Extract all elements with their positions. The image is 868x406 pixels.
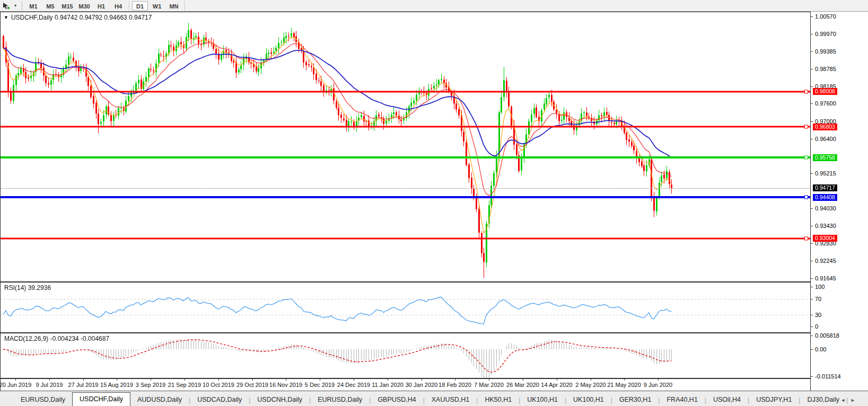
date-tick-mark [557, 379, 557, 381]
price-tick-label: 0.92245 [815, 258, 836, 264]
date-tick-mark [252, 379, 253, 381]
price-tick-label: 0.94030 [815, 205, 836, 211]
date-axis[interactable]: 20 Jun 20199 Jul 201927 Jul 201915 Aug 2… [1, 379, 810, 391]
axis-tick-mark [811, 315, 813, 315]
timeframe-button-h1[interactable]: H1 [93, 1, 109, 11]
price-tick-label: 0.96400 [815, 136, 836, 142]
price-tick-label: 1.00570 [815, 13, 836, 20]
date-label: 9 Jul 2019 [36, 382, 63, 388]
tab-eurusd-daily[interactable]: EURUSD,Daily [311, 394, 369, 406]
rsi-label: RSI(14) 39.2936 [4, 284, 51, 292]
tab-xauusd-h1[interactable]: XAUUSD,H1 [425, 394, 477, 406]
timeframe-button-m15[interactable]: M15 [59, 1, 75, 11]
axis-tick-mark [811, 226, 813, 226]
toolbar-separator [185, 1, 185, 11]
price-tick-label: 100 [815, 284, 825, 290]
axis-tick-mark [811, 121, 813, 122]
axis-tick-mark [811, 278, 813, 279]
date-tick-mark [658, 379, 659, 381]
date-tick-mark [117, 379, 117, 381]
price-tick-label: 0.98785 [815, 66, 836, 72]
tab-gbpusd-h4[interactable]: GBPUSD,H4 [371, 394, 423, 406]
timeframe-button-m5[interactable]: M5 [42, 1, 58, 11]
axis-tick-mark [811, 243, 813, 244]
tab-usoil-h4[interactable]: USOil,H4 [706, 394, 748, 406]
macd-canvas[interactable] [1, 333, 810, 378]
axis-tick-mark [811, 326, 813, 327]
price-line-label: 0.94408 [813, 194, 837, 201]
price-line-label: 0.98008 [813, 88, 837, 95]
date-tick-mark [49, 379, 50, 381]
price-line-label: 0.95758 [813, 154, 837, 161]
macd-label: MACD(12,26,9) -0.004234 -0.004687 [4, 335, 109, 342]
tab-hk50-h1[interactable]: HK50,H1 [478, 394, 519, 406]
tab-scroll-arrows[interactable]: ◄► [840, 398, 861, 403]
tab-eurusd-daily[interactable]: EURUSD,Daily [14, 394, 72, 406]
tab-uk100-h1[interactable]: UK100,H1 [520, 394, 565, 406]
rsi-panel: RSI(14) 39.2936 [1, 283, 810, 332]
rsi-canvas[interactable] [1, 283, 810, 332]
main-chart-canvas[interactable] [1, 12, 810, 281]
price-line-label: 0.94717 [813, 184, 837, 191]
price-tick-label: 0.99385 [815, 48, 836, 55]
date-tick-mark [489, 379, 489, 381]
axis-tick-mark [811, 261, 813, 261]
toolbar-grip-handle[interactable] [20, 2, 23, 10]
date-tick-mark [185, 379, 185, 381]
date-tick-mark [523, 379, 523, 381]
chart-tab-bar: EURUSD,DailyUSDCHF,DailyAUDUSD,Daily|USD… [0, 391, 868, 406]
tab-audusd-daily[interactable]: AUDUSD,Daily [130, 394, 189, 406]
timeframe-button-mn[interactable]: MN [166, 1, 182, 11]
date-tick-mark [388, 379, 388, 381]
tab-usdcnh-daily[interactable]: USDCNH,Daily [250, 394, 309, 406]
date-label: 26 Mar 2020 [506, 382, 539, 388]
date-tick-mark [624, 379, 625, 381]
date-label: 21 May 2020 [607, 382, 641, 388]
price-tick-label: 0.95215 [815, 170, 836, 176]
chart-title-dropdown-icon[interactable]: ▼ [4, 15, 8, 20]
date-label: 27 Jul 2019 [68, 382, 99, 388]
price-tick-label: 0.005818 [815, 332, 839, 339]
price-tick-label: 0.00 [815, 346, 826, 352]
date-label: 10 Oct 2019 [203, 382, 234, 388]
date-label: 18 Feb 2020 [439, 382, 471, 388]
date-tick-mark [591, 379, 591, 381]
tab-fra40-h1[interactable]: FRA40,H1 [660, 394, 704, 406]
chart-window: ▼ USDCHF,Daily 0.94742 0.94792 0.94663 0… [0, 12, 868, 391]
date-label: 21 Sep 2019 [168, 382, 201, 388]
tab-usdchf-daily[interactable]: USDCHF,Daily [72, 392, 130, 406]
chart-tools-dropdown-icon[interactable]: ▾ [12, 3, 19, 8]
tab-usdjpy-h1[interactable]: USDJPY,H1 [749, 394, 799, 406]
chart-cursor-icon[interactable] [0, 1, 12, 11]
axis-tick-mark [811, 173, 813, 174]
date-label: 11 Jan 2020 [372, 382, 404, 388]
date-tick-mark [15, 379, 16, 381]
timeframe-button-h4[interactable]: H4 [110, 1, 126, 11]
date-label: 29 Oct 2019 [236, 382, 268, 388]
date-label: 30 Jan 2020 [406, 382, 438, 388]
date-label: 2 May 2020 [575, 382, 606, 388]
tab-uk100-h1[interactable]: UK100,H1 [566, 394, 611, 406]
timeframe-button-m1[interactable]: M1 [25, 1, 41, 11]
price-axis[interactable]: 1.005700.999700.993850.987850.981850.976… [810, 12, 868, 391]
axis-tick-mark [811, 349, 813, 350]
axis-tick-mark [811, 336, 813, 336]
toolbar-separator [129, 1, 129, 11]
price-tick-label: 70 [815, 296, 821, 302]
tab-dj30-daily[interactable]: DJ30,Daily [800, 394, 846, 406]
timeframe-button-d1[interactable]: D1 [132, 1, 148, 11]
axis-tick-mark [811, 16, 813, 17]
axis-tick-mark [811, 139, 813, 139]
date-label: 3 Sep 2019 [136, 382, 165, 388]
date-tick-mark [422, 379, 422, 381]
date-tick-mark [320, 379, 320, 381]
timeframe-button-w1[interactable]: W1 [149, 1, 165, 11]
axis-tick-mark [811, 287, 813, 287]
date-label: 20 Jun 2019 [0, 382, 31, 388]
timeframe-button-m30[interactable]: M30 [76, 1, 92, 11]
tab-ger30-h1[interactable]: GER30,H1 [612, 394, 658, 406]
tab-usdcad-daily[interactable]: USDCAD,Daily [190, 394, 249, 406]
axis-tick-mark [811, 299, 813, 299]
price-tick-label: 0.91645 [815, 275, 836, 281]
price-tick-label: 30 [815, 312, 821, 318]
